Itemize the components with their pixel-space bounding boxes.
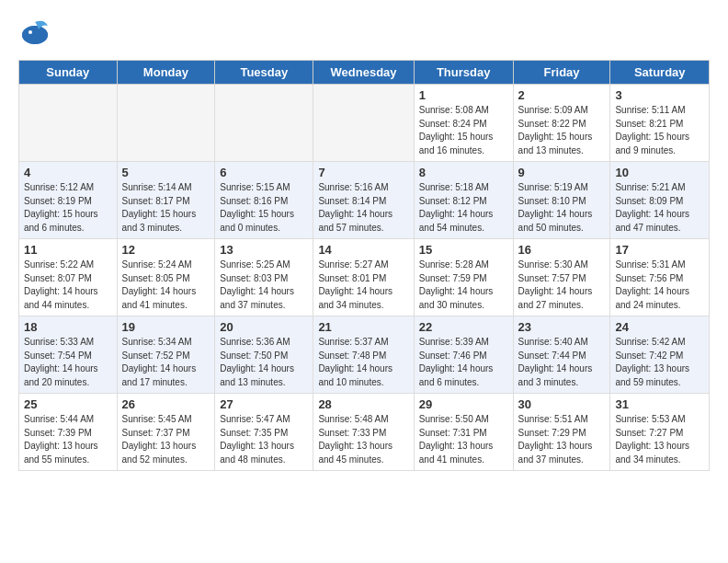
day-info: Sunrise: 5:27 AMSunset: 8:01 PMDaylight:… [318,259,408,312]
day-number: 23 [518,320,606,334]
calendar-cell: 14Sunrise: 5:27 AMSunset: 8:01 PMDayligh… [313,239,414,316]
calendar-cell: 28Sunrise: 5:48 AMSunset: 7:33 PMDayligh… [313,394,414,471]
calendar-cell: 21Sunrise: 5:37 AMSunset: 7:48 PMDayligh… [313,316,414,394]
calendar-cell: 30Sunrise: 5:51 AMSunset: 7:29 PMDayligh… [513,394,610,471]
svg-point-2 [28,30,32,34]
day-number: 21 [318,320,408,334]
day-info: Sunrise: 5:39 AMSunset: 7:46 PMDaylight:… [419,336,508,389]
day-number: 25 [24,397,112,411]
calendar-cell: 2Sunrise: 5:09 AMSunset: 8:22 PMDaylight… [513,85,610,162]
calendar-header-row: SundayMondayTuesdayWednesdayThursdayFrid… [19,61,710,85]
calendar-cell: 4Sunrise: 5:12 AMSunset: 8:19 PMDaylight… [19,162,118,239]
day-info: Sunrise: 5:48 AMSunset: 7:33 PMDaylight:… [318,413,408,466]
day-info: Sunrise: 5:16 AMSunset: 8:14 PMDaylight:… [318,181,408,235]
day-info: Sunrise: 5:24 AMSunset: 8:05 PMDaylight:… [122,259,210,312]
calendar-cell: 1Sunrise: 5:08 AMSunset: 8:24 PMDaylight… [414,85,513,162]
day-number: 20 [220,320,308,334]
day-number: 30 [518,397,606,411]
calendar-table: SundayMondayTuesdayWednesdayThursdayFrid… [18,60,710,471]
day-info: Sunrise: 5:47 AMSunset: 7:35 PMDaylight:… [220,413,308,466]
calendar-cell: 12Sunrise: 5:24 AMSunset: 8:05 PMDayligh… [117,239,215,316]
calendar-cell: 27Sunrise: 5:47 AMSunset: 7:35 PMDayligh… [215,394,313,471]
calendar-week-2: 4Sunrise: 5:12 AMSunset: 8:19 PMDaylight… [19,162,710,239]
calendar-cell: 15Sunrise: 5:28 AMSunset: 7:59 PMDayligh… [414,239,513,316]
weekday-header-tuesday: Tuesday [215,61,313,85]
day-info: Sunrise: 5:45 AMSunset: 7:37 PMDaylight:… [122,413,210,466]
day-info: Sunrise: 5:33 AMSunset: 7:54 PMDaylight:… [24,336,112,389]
calendar-cell [313,85,414,162]
calendar-cell: 25Sunrise: 5:44 AMSunset: 7:39 PMDayligh… [19,394,118,471]
day-info: Sunrise: 5:51 AMSunset: 7:29 PMDaylight:… [518,413,606,466]
weekday-header-saturday: Saturday [610,61,710,85]
calendar-cell: 17Sunrise: 5:31 AMSunset: 7:56 PMDayligh… [610,239,710,316]
day-info: Sunrise: 5:30 AMSunset: 7:57 PMDaylight:… [518,259,606,312]
day-info: Sunrise: 5:19 AMSunset: 8:10 PMDaylight:… [518,181,606,235]
day-number: 13 [220,243,308,257]
day-info: Sunrise: 5:11 AMSunset: 8:21 PMDaylight:… [615,104,704,157]
calendar-cell: 5Sunrise: 5:14 AMSunset: 8:17 PMDaylight… [117,162,215,239]
calendar-cell: 20Sunrise: 5:36 AMSunset: 7:50 PMDayligh… [215,316,313,394]
day-info: Sunrise: 5:21 AMSunset: 8:09 PMDaylight:… [615,181,704,235]
day-number: 8 [419,166,508,179]
calendar-cell: 29Sunrise: 5:50 AMSunset: 7:31 PMDayligh… [414,394,513,471]
day-number: 17 [615,243,704,257]
calendar-cell: 11Sunrise: 5:22 AMSunset: 8:07 PMDayligh… [19,239,118,316]
day-info: Sunrise: 5:44 AMSunset: 7:39 PMDaylight:… [24,413,112,466]
page-container: SundayMondayTuesdayWednesdayThursdayFrid… [0,0,728,486]
day-info: Sunrise: 5:37 AMSunset: 7:48 PMDaylight:… [318,336,408,389]
day-info: Sunrise: 5:14 AMSunset: 8:17 PMDaylight:… [122,181,210,235]
weekday-header-sunday: Sunday [19,61,118,85]
day-info: Sunrise: 5:09 AMSunset: 8:22 PMDaylight:… [518,104,606,157]
day-number: 22 [419,320,508,334]
day-number: 2 [518,88,606,102]
day-number: 19 [122,320,210,334]
day-number: 4 [24,166,112,179]
day-info: Sunrise: 5:42 AMSunset: 7:42 PMDaylight:… [615,336,704,389]
calendar-cell: 23Sunrise: 5:40 AMSunset: 7:44 PMDayligh… [513,316,610,394]
day-number: 7 [318,166,408,179]
calendar-cell: 10Sunrise: 5:21 AMSunset: 8:09 PMDayligh… [610,162,710,239]
day-number: 24 [615,320,704,334]
calendar-cell: 16Sunrise: 5:30 AMSunset: 7:57 PMDayligh… [513,239,610,316]
day-info: Sunrise: 5:08 AMSunset: 8:24 PMDaylight:… [419,104,508,157]
calendar-cell: 19Sunrise: 5:34 AMSunset: 7:52 PMDayligh… [117,316,215,394]
day-info: Sunrise: 5:53 AMSunset: 7:27 PMDaylight:… [615,413,704,466]
day-number: 28 [318,397,408,411]
day-info: Sunrise: 5:31 AMSunset: 7:56 PMDaylight:… [615,259,704,312]
day-number: 16 [518,243,606,257]
calendar-week-4: 18Sunrise: 5:33 AMSunset: 7:54 PMDayligh… [19,316,710,394]
day-number: 27 [220,397,308,411]
day-number: 1 [419,88,508,102]
calendar-cell: 3Sunrise: 5:11 AMSunset: 8:21 PMDaylight… [610,85,710,162]
calendar-cell [19,85,118,162]
day-number: 10 [615,166,704,179]
day-number: 29 [419,397,508,411]
calendar-cell: 13Sunrise: 5:25 AMSunset: 8:03 PMDayligh… [215,239,313,316]
calendar-cell: 31Sunrise: 5:53 AMSunset: 7:27 PMDayligh… [610,394,710,471]
day-number: 15 [419,243,508,257]
day-info: Sunrise: 5:12 AMSunset: 8:19 PMDaylight:… [24,181,112,235]
day-info: Sunrise: 5:40 AMSunset: 7:44 PMDaylight:… [518,336,606,389]
calendar-cell: 22Sunrise: 5:39 AMSunset: 7:46 PMDayligh… [414,316,513,394]
logo-icon [18,15,51,52]
day-info: Sunrise: 5:28 AMSunset: 7:59 PMDaylight:… [419,259,508,312]
day-number: 6 [220,166,308,179]
weekday-header-monday: Monday [117,61,215,85]
calendar-cell: 9Sunrise: 5:19 AMSunset: 8:10 PMDaylight… [513,162,610,239]
page-header [18,15,710,52]
weekday-header-friday: Friday [513,61,610,85]
day-info: Sunrise: 5:22 AMSunset: 8:07 PMDaylight:… [24,259,112,312]
day-number: 26 [122,397,210,411]
calendar-week-1: 1Sunrise: 5:08 AMSunset: 8:24 PMDaylight… [19,85,710,162]
day-number: 12 [122,243,210,257]
day-number: 31 [615,397,704,411]
calendar-cell: 26Sunrise: 5:45 AMSunset: 7:37 PMDayligh… [117,394,215,471]
calendar-week-3: 11Sunrise: 5:22 AMSunset: 8:07 PMDayligh… [19,239,710,316]
day-number: 14 [318,243,408,257]
day-info: Sunrise: 5:25 AMSunset: 8:03 PMDaylight:… [220,259,308,312]
calendar-cell: 8Sunrise: 5:18 AMSunset: 8:12 PMDaylight… [414,162,513,239]
weekday-header-thursday: Thursday [414,61,513,85]
day-number: 3 [615,88,704,102]
logo [18,15,53,52]
calendar-cell [215,85,313,162]
